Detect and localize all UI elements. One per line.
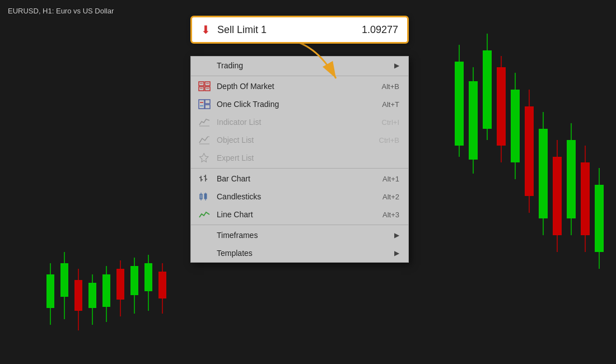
depth-of-market-label: Depth Of Market (217, 82, 365, 91)
svg-rect-40 (595, 185, 604, 252)
trading-icon (198, 60, 211, 71)
svg-rect-16 (144, 263, 152, 291)
separator-1 (191, 76, 408, 76)
candlesticks-icon (198, 191, 211, 202)
svg-rect-67 (204, 194, 207, 199)
svg-rect-12 (116, 269, 124, 300)
svg-rect-22 (469, 81, 478, 160)
timeframes-label: Timeframes (217, 231, 390, 240)
line-chart-label: Line Chart (217, 210, 366, 219)
svg-rect-36 (567, 140, 576, 218)
menu-item-bar-chart[interactable]: Bar Chart Alt+1 (191, 170, 408, 188)
timeframes-icon (198, 230, 211, 241)
svg-rect-24 (483, 50, 492, 129)
timeframes-arrow: ▶ (394, 231, 399, 239)
svg-rect-30 (525, 106, 534, 196)
dom-icon (198, 81, 211, 92)
templates-arrow: ▶ (394, 249, 399, 257)
menu-item-expert-list: Expert List (191, 149, 408, 167)
trading-label: Trading (217, 61, 390, 70)
svg-rect-4 (60, 263, 68, 297)
svg-rect-26 (497, 67, 506, 146)
candlesticks-shortcut: Alt+2 (382, 193, 399, 201)
bar-chart-label: Bar Chart (217, 174, 366, 183)
sell-limit-box: ⬇ Sell Limit 1 1.09277 (190, 16, 409, 44)
svg-rect-50 (199, 100, 204, 109)
separator-3 (191, 225, 408, 225)
expert-list-label: Expert List (217, 153, 382, 162)
menu-item-depth-of-market[interactable]: Depth Of Market Alt+B (191, 77, 408, 95)
menu-item-one-click-trading[interactable]: One Click Trading Alt+T (191, 95, 408, 113)
menu-item-candlesticks[interactable]: Candlesticks Alt+2 (191, 188, 408, 206)
svg-rect-8 (88, 283, 96, 308)
one-click-trading-shortcut: Alt+T (382, 100, 399, 109)
templates-icon (198, 248, 211, 259)
bar-chart-shortcut: Alt+1 (382, 175, 399, 183)
menu-item-object-list: Object List Ctrl+B (191, 131, 408, 149)
context-menu: Trading ▶ Depth Of Market Alt+B (190, 56, 409, 263)
indicator-list-shortcut: Ctrl+I (382, 118, 399, 127)
sell-limit-label: Sell Limit 1 (217, 24, 362, 36)
svg-rect-20 (455, 62, 464, 146)
svg-rect-10 (102, 274, 110, 307)
line-chart-shortcut: Alt+3 (382, 211, 399, 219)
object-list-shortcut: Ctrl+B (379, 136, 399, 144)
svg-rect-51 (205, 100, 210, 104)
separator-2 (191, 168, 408, 169)
svg-rect-52 (205, 105, 210, 109)
svg-rect-18 (158, 272, 166, 298)
trading-arrow: ▶ (394, 62, 399, 69)
object-list-icon (198, 134, 211, 146)
chart-title: EURUSD, H1: Euro vs US Dollar (8, 7, 114, 15)
candlesticks-label: Candlesticks (217, 192, 366, 201)
svg-rect-38 (581, 162, 590, 235)
one-click-trading-label: One Click Trading (217, 100, 365, 109)
object-list-label: Object List (217, 136, 362, 144)
indicator-list-label: Indicator List (217, 118, 365, 127)
line-chart-icon (198, 209, 211, 220)
sell-limit-icon: ⬇ (201, 23, 211, 36)
menu-item-line-chart[interactable]: Line Chart Alt+3 (191, 206, 408, 223)
menu-item-templates[interactable]: Templates ▶ (191, 244, 408, 262)
menu-item-trading[interactable]: Trading ▶ (191, 57, 408, 74)
bar-chart-icon (198, 173, 211, 184)
expert-list-icon (198, 152, 211, 164)
svg-rect-28 (511, 90, 520, 162)
svg-rect-32 (539, 129, 548, 218)
svg-rect-2 (46, 274, 54, 308)
svg-rect-6 (74, 280, 82, 311)
oct-icon (198, 99, 211, 110)
menu-item-indicator-list: Indicator List Ctrl+I (191, 113, 408, 131)
indicator-list-icon (198, 116, 211, 128)
svg-rect-34 (553, 157, 562, 235)
depth-of-market-shortcut: Alt+B (382, 82, 399, 91)
sell-limit-price: 1.09277 (362, 24, 398, 36)
templates-label: Templates (217, 249, 390, 258)
menu-item-timeframes[interactable]: Timeframes ▶ (191, 226, 408, 244)
svg-rect-14 (130, 266, 138, 295)
